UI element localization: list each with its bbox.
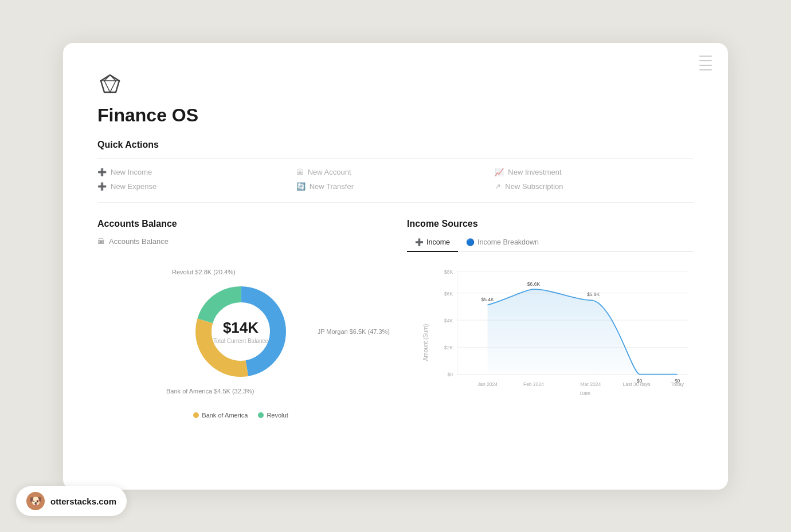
window-control-line — [699, 56, 712, 57]
income-sources-title: Income Sources — [407, 219, 694, 229]
tab-income-breakdown[interactable]: 🔵 Income Breakdown — [458, 235, 547, 252]
app-logo — [97, 72, 694, 105]
income-tab-label: Income — [426, 238, 450, 246]
chart-area-fill — [488, 289, 688, 374]
window-control-line — [699, 69, 712, 70]
divider2 — [97, 202, 694, 203]
income-sources-section: Income Sources ➕ Income 🔵 Income Breakdo… — [407, 219, 694, 423]
new-expense-label: New Expense — [111, 182, 156, 191]
svg-text:$4K: $4K — [444, 317, 453, 323]
svg-text:Feb 2024: Feb 2024 — [523, 381, 544, 387]
new-income-action[interactable]: ➕ New Income — [97, 167, 296, 178]
watermark-text: otterstacks.com — [50, 496, 116, 506]
bank-icon: 🏛 — [97, 237, 105, 246]
income-tab-icon: ➕ — [415, 238, 424, 246]
new-account-icon: 🏛 — [296, 168, 304, 176]
watermark: 🐶 otterstacks.com — [16, 486, 127, 516]
income-breakdown-tab-icon: 🔵 — [466, 238, 475, 246]
svg-text:$5.8K: $5.8K — [587, 291, 600, 297]
legend-dot-revolut — [258, 412, 264, 418]
watermark-avatar: 🐶 — [26, 492, 45, 510]
accounts-balance-section: Accounts Balance 🏛 Accounts Balance Revo… — [97, 219, 384, 423]
svg-text:Jan 2024: Jan 2024 — [477, 381, 498, 387]
svg-text:$0: $0 — [448, 372, 453, 377]
legend-dot-boa — [193, 412, 199, 418]
new-investment-icon: 📈 — [495, 168, 504, 176]
new-account-action[interactable]: 🏛 New Account — [296, 167, 495, 178]
donut-chart: $14K Total Current Balance — [183, 274, 298, 389]
new-investment-label: New Investment — [508, 168, 561, 176]
income-breakdown-tab-label: Income Breakdown — [477, 238, 539, 246]
new-account-label: New Account — [308, 168, 351, 176]
svg-text:$2K: $2K — [444, 345, 453, 350]
income-chart: Amount (Sum) $0 $2K $4K $6K $8K — [407, 262, 694, 423]
svg-text:$8K: $8K — [444, 269, 453, 274]
income-tabs: ➕ Income 🔵 Income Breakdown — [407, 235, 694, 252]
tab-income[interactable]: ➕ Income — [407, 235, 458, 252]
new-income-icon: ➕ — [97, 168, 107, 176]
accounts-balance-sub-label: Accounts Balance — [109, 237, 169, 246]
quick-actions-title: Quick Actions — [97, 140, 694, 150]
divider — [97, 158, 694, 159]
legend-item-revolut: Revolut — [258, 412, 288, 419]
quick-actions-grid: ➕ New Income 🏛 New Account 📈 New Investm… — [97, 167, 694, 192]
chart-legend: Bank of America Revolut — [97, 412, 384, 419]
svg-text:$5.4K: $5.4K — [481, 296, 494, 302]
new-investment-action[interactable]: 📈 New Investment — [495, 167, 694, 178]
legend-label-boa: Bank of America — [202, 412, 248, 419]
legend-label-revolut: Revolut — [267, 412, 288, 419]
app-title: Finance OS — [97, 105, 694, 126]
svg-text:Today: Today — [671, 381, 684, 387]
svg-text:Last 30 days: Last 30 days — [623, 381, 651, 387]
new-expense-action[interactable]: ➕ New Expense — [97, 181, 296, 192]
svg-text:$6K: $6K — [444, 290, 453, 296]
app-window: Finance OS Quick Actions ➕ New Income 🏛 … — [63, 43, 728, 490]
new-transfer-action[interactable]: 🔄 New Transfer — [296, 181, 495, 192]
new-subscription-icon: ↗ — [495, 182, 501, 191]
donut-chart-container: Revolut $2.8K (20.4%) JP Morgan $6.5K (4… — [97, 257, 384, 406]
accounts-balance-title: Accounts Balance — [97, 219, 384, 229]
new-subscription-action[interactable]: ↗ New Subscription — [495, 181, 694, 192]
new-income-label: New Income — [111, 168, 152, 176]
y-axis-label: Amount (Sum) — [422, 324, 429, 360]
jpmorgan-label: JP Morgan $6.5K (47.3%) — [318, 328, 390, 335]
svg-text:$6.6K: $6.6K — [527, 281, 541, 286]
window-control-line — [699, 60, 712, 61]
legend-item-boa: Bank of America — [193, 412, 248, 419]
accounts-balance-header: 🏛 Accounts Balance — [97, 237, 384, 246]
new-expense-icon: ➕ — [97, 182, 107, 191]
new-transfer-icon: 🔄 — [296, 182, 306, 191]
donut-inner — [212, 303, 269, 360]
svg-text:Date: Date — [580, 390, 590, 396]
main-content: Accounts Balance 🏛 Accounts Balance Revo… — [97, 219, 694, 423]
svg-text:Mar 2024: Mar 2024 — [580, 381, 601, 387]
svg-marker-0 — [101, 75, 119, 92]
window-control-line — [699, 65, 712, 66]
income-chart-svg: $0 $2K $4K $6K $8K — [433, 262, 694, 400]
new-transfer-label: New Transfer — [310, 182, 354, 191]
new-subscription-label: New Subscription — [505, 182, 563, 191]
window-controls — [699, 56, 712, 70]
